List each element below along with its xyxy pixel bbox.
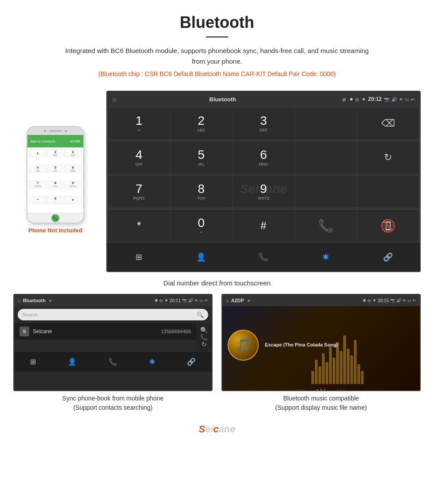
dial-key-6[interactable]: 6 MNO — [232, 142, 294, 173]
music-play-pause-button[interactable]: ⏭ — [316, 386, 326, 391]
pb-side-call-icon[interactable]: 📞 — [200, 334, 208, 341]
dial-key-empty-1 — [295, 108, 357, 139]
car-status-bar: ⌂ Bluetooth ⌀ ✱ ◎ ▼ 20:12 📷 🔊 ✕ ▭ ↩ — [107, 92, 420, 107]
music-song-title: Escape (The Pina Colada Song) — [265, 342, 415, 348]
dialpad-bottom-row: ⊞ 👤 📞 ✱ 🔗 — [107, 243, 420, 271]
wifi-icon: ▼ — [361, 97, 366, 102]
phone-key-8[interactable]: 8TUV — [47, 181, 64, 189]
phone-bottom-bar: 📞 — [27, 213, 83, 223]
pb-bottom-link-icon[interactable]: 🔗 — [187, 358, 196, 366]
phone-key-7[interactable]: 7PQRS — [29, 181, 46, 189]
dial-key-backspace[interactable]: ⌫ — [357, 108, 419, 139]
pb-x-icon[interactable]: ✕ — [194, 298, 198, 303]
main-car-screen: ⌂ Bluetooth ⌀ ✱ ◎ ▼ 20:12 📷 🔊 ✕ ▭ ↩ Seic… — [106, 91, 421, 272]
music-wifi-icon: ▼ — [372, 298, 376, 303]
music-prev-button[interactable]: ⏮ — [297, 387, 305, 392]
music-screen-wrap: ⌂ A2DP ⌀ ✱ ◎ ▼ 20:15 📷 🔊 ✕ ▭ ↩ — [221, 294, 421, 412]
dial-key-refresh[interactable]: ↻ — [357, 142, 419, 173]
window-icon[interactable]: ▭ — [405, 97, 409, 102]
phone-more-label: MORE — [70, 139, 81, 143]
dial-key-3[interactable]: 3 DEF — [232, 108, 294, 139]
phone-key-1[interactable]: 1 — [29, 149, 46, 157]
pb-caption-line1: Sync phone-book from mobile phone — [62, 395, 164, 402]
pb-side-refresh-icon[interactable]: ↻ — [202, 341, 207, 348]
pb-vol-icon: 🔊 — [188, 298, 193, 303]
dial-key-5[interactable]: 5 JKL — [170, 142, 232, 173]
bottom-key-grid[interactable]: ⊞ — [108, 244, 170, 270]
dial-key-empty-3 — [295, 176, 357, 208]
dial-key-hash[interactable]: # — [232, 210, 294, 242]
seicane-s: S — [198, 423, 205, 435]
pb-bottom-grid-icon[interactable]: ⊞ — [30, 358, 36, 366]
pb-time: 20:11 — [170, 298, 181, 303]
dial-key-4[interactable]: 4 GHI — [108, 142, 170, 173]
bottom-key-contacts[interactable]: 👤 — [170, 244, 232, 270]
music-content: 🎵 Escape (The Pina Colada Song) — [222, 306, 420, 384]
contact-avatar: S — [19, 327, 29, 336]
dial-key-0[interactable]: 0 + — [170, 210, 232, 242]
dialpad-wrapper: Seicane 1 ∞ 2 ABC 3 DEF — [107, 107, 420, 271]
pb-back-icon[interactable]: ↩ — [205, 298, 208, 303]
dial-key-8[interactable]: 8 TUV — [170, 176, 232, 208]
bottom-screens: ⌂ Bluetooth ⌀ ✱ ◎ ▼ 20:11 📷 🔊 ✕ ▭ ↩ — [13, 294, 421, 412]
music-x-icon[interactable]: ✕ — [403, 298, 406, 303]
pb-screen-title: Bluetooth — [23, 298, 46, 303]
music-home-icon[interactable]: ⌂ — [226, 298, 229, 303]
dial-key-star[interactable]: * — [108, 210, 170, 242]
pb-cam-icon: 📷 — [182, 298, 187, 303]
phone-key-0[interactable]: 0+ — [47, 196, 64, 204]
back-icon[interactable]: ↩ — [411, 97, 415, 102]
phonebook-entry-seicane[interactable]: S Seicane 13566664466 — [14, 323, 196, 340]
pb-bottom-bar: ⊞ 👤 📞 ✱ 🔗 — [14, 351, 212, 372]
phone-dialpad: 1 2ABC 3DEF 4GHI 5JKL 6MNO 7PQRS 8TUV 9W… — [27, 147, 83, 213]
music-caption: Bluetooth music compatible (Support disp… — [221, 394, 421, 412]
phone-key-9[interactable]: 9WXYZ — [64, 181, 81, 189]
pb-wifi-icon: ▼ — [164, 298, 168, 303]
pb-home-icon[interactable]: ⌂ — [18, 298, 21, 303]
x-icon[interactable]: ✕ — [399, 97, 403, 102]
phone-speaker — [49, 130, 62, 132]
music-info: Escape (The Pina Colada Song) — [265, 342, 415, 348]
pb-bottom-phone-icon[interactable]: 📞 — [108, 358, 117, 366]
dialpad-row-1: 1 ∞ 2 ABC 3 DEF ⌫ — [107, 107, 420, 140]
bluetooth-status-icon: ✱ — [349, 97, 353, 102]
dial-key-2[interactable]: 2 ABC — [170, 108, 232, 139]
music-album-art: 🎵 — [228, 330, 259, 361]
page-header: Bluetooth Integrated with BC6 Bluetooth … — [0, 0, 434, 91]
phone-camera — [44, 130, 46, 132]
phone-key-5[interactable]: 5JKL — [47, 165, 64, 173]
bottom-key-phone[interactable]: 📞 — [232, 244, 294, 270]
music-bt-icon: ✱ — [363, 298, 366, 303]
music-usb-icon: ⌀ — [248, 298, 250, 303]
music-back-icon[interactable]: ↩ — [413, 298, 416, 303]
pb-bottom-contacts-icon[interactable]: 👤 — [68, 358, 77, 366]
pb-search-placeholder: Search — [22, 312, 197, 317]
dial-key-1[interactable]: 1 ∞ — [108, 108, 170, 139]
music-vol-icon: 🔊 — [396, 298, 401, 303]
seicane-footer: Seicane — [198, 417, 235, 444]
dial-key-7[interactable]: 7 PQRS — [108, 176, 170, 208]
dial-key-call-red[interactable]: 📵 — [357, 210, 419, 242]
pb-bottom-bt-icon[interactable]: ✱ — [149, 358, 155, 366]
bottom-key-bluetooth[interactable]: ✱ — [295, 244, 357, 270]
dial-key-call-green[interactable]: 📞 — [295, 210, 357, 242]
phone-key-hash[interactable]: # — [64, 196, 81, 204]
bottom-key-link[interactable]: 🔗 — [357, 244, 419, 270]
bluetooth-icon: ✱ — [322, 252, 329, 262]
phone-mockup: Add to Contacts MORE 1 2ABC 3DEF 4GHI 5J… — [27, 126, 84, 223]
phone-key-3[interactable]: 3DEF — [64, 149, 81, 157]
phonebook-caption: Sync phone-book from mobile phone (Suppo… — [13, 394, 213, 412]
phone-key-2[interactable]: 2ABC — [47, 149, 64, 157]
music-win-icon[interactable]: ▭ — [407, 298, 411, 303]
search-icon[interactable]: 🔍 — [197, 312, 204, 318]
pb-win-icon[interactable]: ▭ — [199, 298, 203, 303]
music-next-button[interactable]: ⏭ — [337, 387, 345, 392]
dialpad-row-4: * 0 + # 📞 📵 — [107, 209, 420, 242]
phone-key-6[interactable]: 6MNO — [64, 165, 81, 173]
phone-key-star[interactable]: * — [29, 196, 46, 204]
main-content: Add to Contacts MORE 1 2ABC 3DEF 4GHI 5J… — [0, 91, 434, 444]
phone-key-4[interactable]: 4GHI — [29, 165, 46, 173]
dial-key-9[interactable]: 9 WXYZ — [232, 176, 294, 208]
phone-call-button[interactable]: 📞 — [51, 214, 59, 222]
pb-side-search-icon[interactable]: 🔍 — [200, 327, 208, 334]
